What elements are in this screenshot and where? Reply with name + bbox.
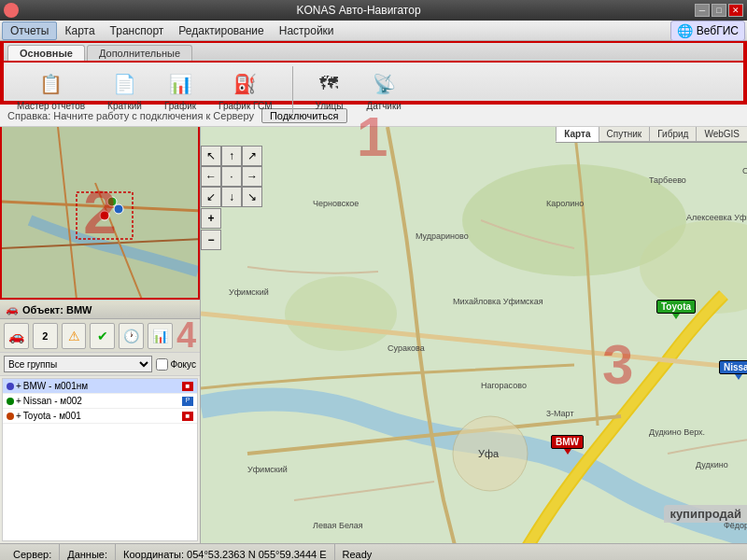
icon-chart2[interactable]: 📊	[148, 323, 173, 349]
svg-text:Уфимский: Уфимский	[229, 287, 269, 297]
nav-botright[interactable]: ↘	[242, 187, 262, 207]
btn-fuel-chart[interactable]: ⛽ График ГСМ	[213, 67, 277, 113]
svg-text:Уфимский: Уфимский	[247, 465, 288, 474]
map-tab-webgis[interactable]: WebGIS	[696, 127, 747, 142]
object-icons-bar: 🚗 2 ⚠ ✔ 🕐 📊 4	[0, 319, 200, 353]
map-background: Уфа Черновское Мудрариново Каролино Тарб…	[201, 127, 747, 543]
nissan-status-icons: P	[182, 397, 193, 406]
filter-row: Все группы Фокус	[0, 353, 200, 376]
menu-reports[interactable]: Отчеты	[2, 21, 57, 40]
vehicle-row-nissan[interactable]: + Nissan - м002 P	[3, 394, 197, 409]
toolbar: Основные Дополнительные 📋 Мастер отчетов…	[2, 43, 745, 103]
left-panel: Карта 2 🚗	[0, 127, 201, 543]
nav-topleft[interactable]: ↖	[201, 146, 221, 166]
nav-up[interactable]: ↑	[221, 146, 242, 166]
menu-edit[interactable]: Редактирование	[171, 22, 271, 39]
focus-checkbox-area: Фокус	[156, 358, 196, 371]
status-data: Данные:	[60, 544, 116, 560]
menu-transport[interactable]: Транспорт	[103, 22, 172, 39]
toyota-marker-label: Toyota	[656, 300, 696, 314]
toolbar-divider	[292, 66, 293, 113]
group-filter[interactable]: Все группы	[4, 356, 152, 372]
sensors-icon: 📡	[369, 69, 399, 99]
object-title: 🚗 Объект: BMW	[0, 301, 200, 319]
mini-map[interactable]: Карта 2	[0, 127, 200, 300]
toyota-icon1: ■	[182, 412, 193, 421]
globe-icon: 🌐	[677, 23, 693, 38]
bmw-status-icons: ■	[182, 382, 193, 391]
svg-text:Черновское: Черновское	[313, 199, 359, 208]
vehicle-list[interactable]: + BMW - м001нм ■ + Nissan - м002 P	[2, 378, 198, 541]
map-area[interactable]: Уфа Черновское Мудрариново Каролино Тарб…	[201, 127, 747, 543]
svg-text:Михайловка Уфимская: Михайловка Уфимская	[453, 297, 543, 306]
icon-tick[interactable]: ✔	[90, 323, 115, 349]
btn-chart[interactable]: 📊 График	[159, 67, 202, 113]
ready-label: Ready	[343, 549, 373, 560]
bmw-icon1: ■	[182, 382, 193, 391]
nissan-marker-arrow	[735, 374, 742, 380]
status-bar: Сервер: Данные: Координаты: 054°53.2363 …	[0, 543, 747, 560]
toolbar-tabs: Основные Дополнительные	[4, 43, 743, 61]
icon-alert[interactable]: ⚠	[62, 323, 87, 349]
main-area: Карта 2 🚗	[0, 127, 747, 543]
icon-car[interactable]: 🚗	[4, 323, 29, 349]
vehicle-row-bmw[interactable]: + BMW - м001нм ■	[3, 379, 197, 394]
nav-controls: ↖ ↑ ↗ ← · → ↙ ↓ ↘ + −	[201, 146, 262, 250]
vehicle-name-nissan: Nissan - м002	[23, 396, 180, 406]
vehicle-row-toyota[interactable]: + Toyota - м001 ■	[3, 409, 197, 424]
webgis-label: ВебГИС	[697, 24, 739, 37]
map-tab-hybrid[interactable]: Гибрид	[649, 127, 696, 142]
svg-point-12	[285, 276, 397, 351]
menu-map[interactable]: Карта	[57, 22, 102, 39]
svg-text:Каролино: Каролино	[546, 199, 584, 208]
svg-text:Нагорасово: Нагорасово	[481, 381, 527, 390]
marker-nissan: Nissan	[719, 360, 747, 380]
minimize-button[interactable]: ─	[695, 4, 710, 17]
coords-label: Координаты: 054°53.2363 N 055°59.3444 E	[123, 549, 327, 560]
map-tab-map[interactable]: Карта	[556, 127, 598, 142]
map-tab-satellite[interactable]: Спутник	[599, 127, 650, 142]
svg-text:Суракова: Суракова	[388, 343, 425, 353]
object-name: Объект: BMW	[22, 304, 92, 315]
brief-icon: 📄	[110, 69, 140, 99]
window-controls: ─ □ ✕	[695, 4, 743, 17]
btn-brief[interactable]: 📄 Краткий	[102, 67, 148, 113]
menu-settings[interactable]: Настройки	[272, 22, 342, 39]
btn-report-wizard[interactable]: 📋 Мастер отчетов	[11, 67, 91, 113]
nav-center[interactable]: ·	[221, 166, 242, 187]
map-type-tabs: Карта Спутник Гибрид WebGIS	[556, 127, 747, 143]
bmw-marker-label: BMW	[551, 435, 584, 449]
webgis-button[interactable]: 🌐 ВебГИС	[670, 21, 745, 41]
server-label: Сервер:	[13, 549, 51, 560]
title-bar: KONAS Авто-Навигатор ─ □ ✕	[0, 0, 747, 21]
nav-down[interactable]: ↓	[221, 187, 242, 207]
watermark: купипродай	[664, 505, 747, 523]
btn-sensors[interactable]: 📡 Датчики	[360, 67, 406, 113]
marker-toyota: Toyota	[656, 300, 696, 319]
object-panel: 🚗 Объект: BMW 🚗 2 ⚠ ✔ 🕐 📊 4 Все группы	[0, 300, 200, 543]
zoom-in-button[interactable]: +	[201, 208, 221, 229]
vehicle-color-toyota	[7, 413, 14, 420]
nissan-parking-icon: P	[182, 397, 193, 406]
toyota-marker-arrow	[672, 314, 680, 319]
icon-number[interactable]: 2	[33, 323, 58, 349]
zoom-out-button[interactable]: −	[201, 230, 221, 250]
data-label: Данные:	[67, 549, 107, 560]
focus-checkbox[interactable]	[156, 358, 168, 371]
svg-point-7	[114, 204, 123, 214]
toyota-status-icons: ■	[182, 412, 193, 421]
svg-text:Тарбеево: Тарбеево	[649, 175, 686, 185]
tab-basic[interactable]: Основные	[7, 45, 85, 61]
tab-additional[interactable]: Дополнительные	[87, 45, 192, 61]
nav-right[interactable]: →	[242, 166, 262, 187]
nav-botleft[interactable]: ↙	[201, 187, 221, 207]
app-icon	[4, 3, 19, 18]
close-button[interactable]: ✕	[728, 4, 743, 17]
svg-text:3-Март: 3-Март	[546, 409, 574, 418]
streets-icon: 🗺	[314, 69, 344, 99]
nav-left[interactable]: ←	[201, 166, 221, 187]
maximize-button[interactable]: □	[712, 4, 726, 17]
icon-clock[interactable]: 🕐	[119, 323, 144, 349]
btn-streets[interactable]: 🗺 Улицы	[308, 67, 349, 113]
nav-topright[interactable]: ↗	[242, 146, 262, 166]
